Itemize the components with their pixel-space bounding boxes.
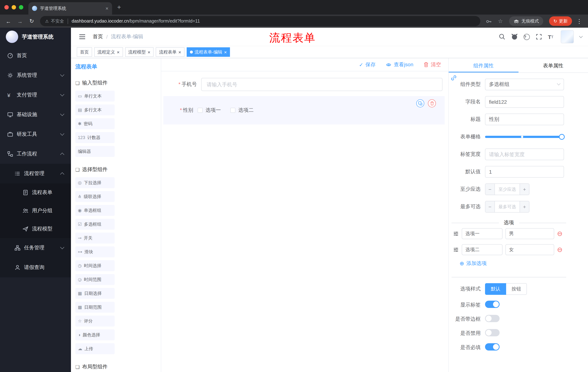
decrease-button[interactable]: − bbox=[485, 184, 495, 195]
phone-input[interactable] bbox=[201, 78, 442, 91]
help-icon[interactable]: ? bbox=[524, 34, 530, 40]
style-default-button[interactable]: 默认 bbox=[485, 283, 506, 295]
delete-field-button[interactable] bbox=[428, 99, 436, 107]
palette-item[interactable]: 123 计数器 bbox=[75, 132, 115, 143]
tag-close-icon[interactable]: × bbox=[117, 50, 119, 54]
tag-close-icon[interactable]: × bbox=[178, 50, 181, 54]
palette-item[interactable]: ⊸ 开关 bbox=[75, 233, 115, 244]
palette-item[interactable]: ✱ 密码 bbox=[75, 118, 115, 129]
minimize-window-button[interactable] bbox=[12, 5, 16, 10]
app-logo-row[interactable]: 芋道管理系统 bbox=[0, 28, 71, 46]
address-bar[interactable]: ⚠ 不安全 dashboard.yudao.iocoder.cn /bpm/ma… bbox=[40, 16, 481, 26]
palette-item[interactable]: ☑ 多选框组 bbox=[75, 219, 115, 230]
checkbox-option-1[interactable]: 选项一 bbox=[198, 107, 221, 114]
zoom-window-button[interactable] bbox=[19, 5, 23, 10]
palette-item[interactable]: ◎ 下拉选择 bbox=[75, 177, 115, 188]
browser-menu-icon[interactable]: ⋮ bbox=[576, 18, 582, 25]
sidebar-item-system[interactable]: 系统管理 bbox=[0, 65, 71, 85]
tag-close-icon[interactable]: × bbox=[224, 50, 227, 54]
tag-process-form[interactable]: 流程表单 × bbox=[156, 47, 184, 57]
field-name-input[interactable] bbox=[485, 96, 564, 108]
new-tab-button[interactable]: + bbox=[117, 3, 121, 11]
breadcrumb-home[interactable]: 首页 bbox=[93, 33, 103, 40]
sidebar-item-task-mgmt[interactable]: 任务管理 bbox=[0, 238, 71, 258]
label-width-input[interactable] bbox=[485, 149, 564, 160]
option-name-input[interactable] bbox=[462, 244, 503, 255]
tag-home[interactable]: 首页 bbox=[77, 47, 92, 57]
sidebar-item-process-mgmt[interactable]: 流程管理 bbox=[0, 164, 71, 183]
back-icon[interactable]: ← bbox=[4, 18, 13, 24]
link-icon[interactable] bbox=[451, 74, 457, 81]
clear-button[interactable]: 清空 bbox=[423, 61, 441, 68]
palette-item[interactable]: ◶ 时间范围 bbox=[75, 274, 115, 285]
option-value-input[interactable] bbox=[505, 244, 554, 255]
decrease-button[interactable]: − bbox=[485, 201, 495, 212]
save-button[interactable]: ✓ 保存 bbox=[359, 61, 376, 68]
tag-close-icon[interactable]: × bbox=[147, 50, 150, 54]
toggle-switch[interactable] bbox=[485, 329, 500, 336]
gender-field-row-selected[interactable]: *性别 选项一 选项二 bbox=[163, 96, 445, 125]
palette-item[interactable]: 编辑器 bbox=[75, 146, 115, 157]
hamburger-icon[interactable] bbox=[79, 34, 85, 40]
palette-item[interactable]: ▭ 单行文本 bbox=[75, 91, 115, 102]
sidebar-item-user-groups[interactable]: 用户分组 bbox=[0, 202, 71, 220]
grid-slider[interactable] bbox=[485, 131, 564, 143]
sidebar-item-workflow[interactable]: 工作流程 bbox=[0, 144, 71, 164]
caret-down-icon[interactable] bbox=[579, 34, 583, 38]
sidebar-item-process-model[interactable]: 流程模型 bbox=[0, 220, 71, 238]
toggle-switch[interactable] bbox=[485, 301, 500, 308]
palette-item[interactable]: ☆ 评分 bbox=[75, 316, 115, 327]
forward-icon[interactable]: → bbox=[15, 18, 25, 24]
max-select-input[interactable] bbox=[495, 201, 520, 212]
toggle-switch[interactable] bbox=[485, 315, 500, 322]
phone-field-row[interactable]: *手机号 bbox=[165, 78, 442, 91]
palette-item[interactable]: ◷ 时间选择 bbox=[75, 260, 115, 271]
reload-icon[interactable]: ↻ bbox=[27, 18, 36, 24]
view-json-button[interactable]: 查看json bbox=[386, 61, 413, 68]
title-input[interactable] bbox=[485, 114, 564, 125]
avatar[interactable] bbox=[561, 30, 574, 43]
default-value-input[interactable] bbox=[485, 166, 564, 178]
github-icon[interactable] bbox=[511, 33, 518, 40]
remove-option-icon[interactable]: ⊖ bbox=[557, 230, 563, 237]
palette-item[interactable]: ⋔ 级联选择 bbox=[75, 191, 115, 202]
copy-field-button[interactable] bbox=[416, 99, 424, 107]
browser-tab[interactable]: 芋道管理系统 × bbox=[28, 2, 112, 15]
sidebar-item-home[interactable]: 首页 bbox=[0, 46, 71, 65]
tab-component-props[interactable]: 组件属性 bbox=[449, 58, 518, 73]
search-icon[interactable] bbox=[499, 33, 505, 40]
fullscreen-icon[interactable] bbox=[536, 33, 542, 40]
sidebar-item-payment[interactable]: ¥ 支付管理 bbox=[0, 85, 71, 105]
tag-process-definition[interactable]: 流程定义 × bbox=[94, 47, 123, 57]
slider-track[interactable] bbox=[485, 136, 564, 138]
toggle-switch[interactable] bbox=[485, 343, 500, 351]
tag-process-model[interactable]: 流程模型 × bbox=[125, 47, 154, 57]
slider-handle[interactable] bbox=[559, 134, 565, 140]
update-browser-button[interactable]: ↻ 更新 bbox=[549, 16, 572, 26]
increase-button[interactable]: + bbox=[520, 184, 529, 195]
min-select-input[interactable] bbox=[495, 184, 520, 195]
palette-item[interactable]: ◉ 单选框组 bbox=[75, 205, 115, 216]
palette-item[interactable]: ◑ 颜色选择 bbox=[75, 329, 115, 340]
increase-button[interactable]: + bbox=[520, 201, 529, 212]
component-type-select[interactable] bbox=[485, 79, 564, 90]
palette-item[interactable]: ⊶ 滑块 bbox=[75, 246, 115, 257]
drag-handle-icon[interactable] bbox=[453, 231, 459, 237]
add-option-button[interactable]: ⊕ 添加选项 bbox=[460, 260, 487, 267]
close-window-button[interactable] bbox=[4, 5, 9, 10]
checkbox-option-2[interactable]: 选项二 bbox=[230, 107, 254, 114]
option-name-input[interactable] bbox=[462, 228, 503, 239]
palette-item[interactable]: ▤ 多行文本 bbox=[75, 105, 115, 115]
option-value-input[interactable] bbox=[505, 228, 554, 239]
style-button-button[interactable]: 按钮 bbox=[506, 283, 527, 295]
sidebar-item-devtools[interactable]: 研发工具 bbox=[0, 125, 71, 144]
sidebar-item-process-form[interactable]: 流程表单 bbox=[0, 183, 71, 202]
remove-option-icon[interactable]: ⊖ bbox=[557, 246, 563, 253]
tab-close-icon[interactable]: × bbox=[105, 6, 108, 11]
sidebar-item-leave-query[interactable]: 请假查询 bbox=[0, 258, 71, 277]
star-icon[interactable]: ☆ bbox=[498, 18, 503, 24]
tab-form-props[interactable]: 表单属性 bbox=[518, 58, 588, 73]
palette-item[interactable]: ▩ 日期范围 bbox=[75, 302, 115, 313]
drag-handle-icon[interactable] bbox=[453, 247, 459, 253]
key-icon[interactable] bbox=[486, 18, 492, 24]
